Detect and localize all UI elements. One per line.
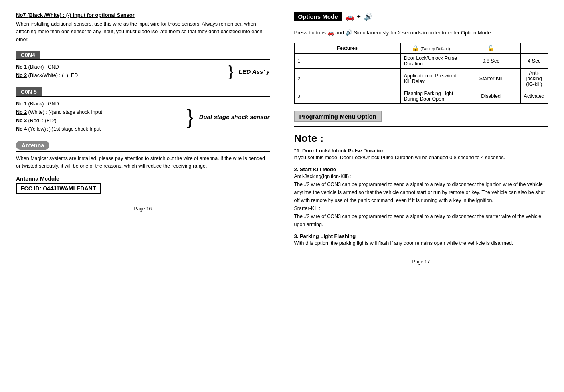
con4-brace-icon: } — [228, 64, 233, 79]
con5-pin3-text: (Red) : (+12) — [27, 118, 57, 123]
factory-default-label: (Factory Default) — [420, 47, 450, 51]
table-header-feature: Features — [294, 43, 400, 53]
table-cell-feature: Flashing Parking Light During Door Open — [400, 89, 461, 103]
table-header-factory: 🔒 (Factory Default) — [400, 43, 461, 53]
fcc-id-box: FCC ID: O44J1WAMLEDANT — [16, 183, 101, 194]
note-title: Note : — [294, 132, 548, 145]
note-subsection: 3. Parking Light Flashing :With this opt… — [294, 233, 548, 247]
con5-pin1: No 1 (Black) : GND — [16, 100, 182, 108]
con5-pin2: No 2 (White) : (-)and stage shock Input — [16, 108, 182, 117]
table-row: 2 Application of Pre-wired Kill Relay St… — [294, 68, 548, 89]
left-page: No7 (Black /White) : (-) Input for optio… — [0, 0, 282, 392]
features-table: Features 🔒 (Factory Default) 🔓 1 Door Lo… — [294, 43, 548, 104]
con4-pin1-label: No 1 — [16, 64, 27, 70]
options-mode-icon-plus: + — [357, 13, 361, 20]
note-subsection-title: 2. Start Kill Mode — [294, 166, 548, 172]
table-cell-other: 4 Sec — [520, 53, 548, 68]
con5-pin3-label: No 3 — [16, 118, 27, 123]
table-cell-other: Activated — [520, 89, 548, 103]
programming-menu-header: Programming Menu Option — [294, 111, 548, 122]
options-mode-icon-car: 🚗 — [345, 12, 354, 21]
antenna-banner: Antenna — [16, 141, 49, 150]
left-page-number: Page 16 — [16, 206, 270, 212]
con5-pin2-label: No 2 — [16, 109, 27, 115]
options-mode-icon-sound: 🔊 — [364, 12, 373, 21]
note-subsection: 2. Start Kill ModeAnti-Jacking(Ignition-… — [294, 166, 548, 228]
note-subsection: "1. Door Lock/Unlock Pulse Duration :If … — [294, 148, 548, 162]
note-subsection-text: Anti-Jacking(Ignition-Kill) :The #2 wire… — [294, 172, 548, 228]
table-row-num: 1 — [294, 53, 400, 68]
antenna-body: When Magicar systems are installed, plea… — [16, 155, 270, 170]
table-header-other: 🔓 — [461, 43, 520, 53]
options-mode-label: Options Mode — [294, 12, 342, 21]
table-row: 1 Door Lock/Unlock Pulse Duration 0.8 Se… — [294, 53, 548, 68]
right-page-number: Page 17 — [294, 259, 548, 265]
antenna-module: Antenna Module FCC ID: O44J1WAMLEDANT — [16, 176, 270, 194]
con5-pins: No 1 (Black) : GND No 2 (White) : (-)and… — [16, 100, 270, 134]
table-cell-factory: 0.8 Sec — [461, 53, 520, 68]
con4-pin2-text: (Black/White) : (+)LED — [27, 73, 78, 78]
con5-banner: C0N 5 — [16, 87, 42, 96]
table-row-num: 2 — [294, 68, 400, 89]
table-cell-feature: Door Lock/Unlock Pulse Duration — [400, 53, 461, 68]
con5-brace-icon: } — [186, 106, 193, 127]
table-cell-factory: Disabled — [461, 89, 520, 103]
no7-title: No7 (Black /White) : (-) Input for optio… — [16, 12, 270, 18]
no7-section: No7 (Black /White) : (-) Input for optio… — [16, 12, 270, 44]
con4-pin2-label: No 2 — [16, 73, 27, 78]
con5-section: C0N 5 No 1 (Black) : GND No 2 (White) : … — [16, 87, 270, 134]
con5-pin3: No 3 (Red) : (+12) — [16, 117, 182, 125]
con4-section: C0N4 No 1 (Black) : GND No 2 (Black/Whit… — [16, 51, 270, 80]
con5-pin4: No 4 (Yellow) :(-)1st stage shock Input — [16, 125, 182, 133]
con5-pin1-label: No 1 — [16, 101, 27, 107]
note-section: Note : "1. Door Lock/Unlock Pulse Durati… — [294, 132, 548, 247]
table-cell-feature: Application of Pre-wired Kill Relay — [400, 68, 461, 89]
con4-pin2: No 2 (Black/White) : (+)LED — [16, 71, 224, 80]
antenna-section: Antenna When Magicar systems are install… — [16, 141, 270, 194]
con4-banner: C0N4 — [16, 51, 40, 59]
con5-pin2-text: (White) : (-)and stage shock Input — [27, 109, 102, 115]
con5-pin4-label: No 4 — [16, 126, 27, 132]
note-subsection-title: "1. Door Lock/Unlock Pulse Duration : — [294, 148, 548, 154]
options-description: Press buttons 🚗 and 🔊 Simultaneously for… — [294, 28, 548, 37]
programming-menu-label: Programming Menu Option — [294, 111, 382, 122]
note-subsection-title: 3. Parking Light Flashing : — [294, 233, 548, 239]
con5-brace-label: Dual stage shock sensor — [199, 113, 270, 120]
con4-pin1: No 1 (Black) : GND — [16, 63, 224, 71]
con5-pin4-text: (Yellow) :(-)1st stage shock Input — [27, 126, 101, 132]
con4-pin1-text: (Black) : GND — [27, 64, 59, 70]
table-cell-factory: Starter Kill — [461, 68, 520, 89]
con4-pins: No 1 (Black) : GND No 2 (Black/White) : … — [16, 63, 270, 80]
con4-brace-label: LED Ass' y — [239, 68, 269, 75]
table-row: 3 Flashing Parking Light During Door Ope… — [294, 89, 548, 103]
table-cell-other: Anti-jacking (IG-kill) — [520, 68, 548, 89]
no7-body: When installing additional sensors, use … — [16, 20, 270, 44]
note-subsection-text: With this option, the parking lights wil… — [294, 239, 548, 247]
right-page: Options Mode 🚗 + 🔊 Press buttons 🚗 and 🔊… — [282, 0, 564, 392]
table-row-num: 3 — [294, 89, 400, 103]
antenna-module-label: Antenna Module — [16, 176, 270, 182]
con5-pin1-text: (Black) : GND — [27, 101, 59, 107]
note-subsection-text: If you set this mode, Door Lock/Unlock P… — [294, 154, 548, 162]
options-mode-header: Options Mode 🚗 + 🔊 — [294, 12, 548, 21]
